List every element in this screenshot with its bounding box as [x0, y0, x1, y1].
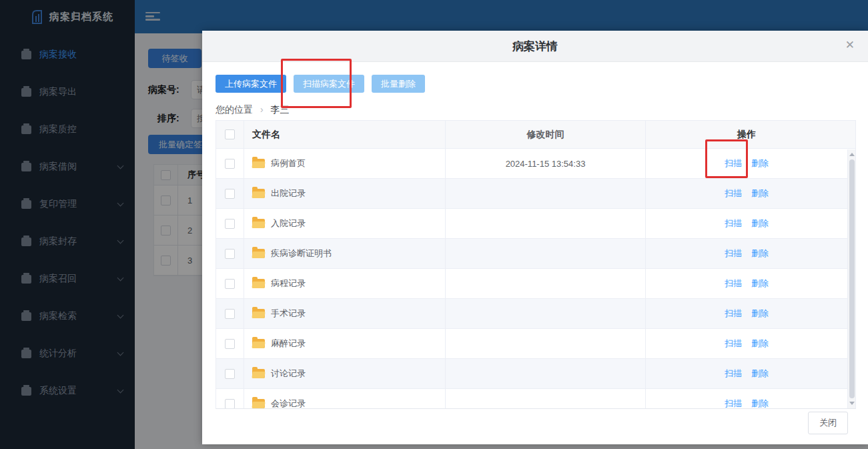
modified-time	[446, 389, 646, 409]
delete-link[interactable]: 删除	[751, 278, 769, 290]
folder-icon	[252, 219, 265, 228]
modified-time	[446, 239, 646, 268]
close-icon[interactable]: ✕	[845, 39, 855, 51]
modified-time	[446, 359, 646, 388]
upload-case-files-button[interactable]: 上传病案文件	[215, 75, 286, 93]
scan-link[interactable]: 扫描	[725, 368, 742, 380]
file-row-入院记录: 入院记录扫描删除	[216, 209, 855, 239]
close-button[interactable]: 关闭	[808, 412, 848, 434]
file-row-病例首页: 病例首页2024-11-15 13:54:33扫描删除	[216, 149, 855, 179]
file-checkbox[interactable]	[225, 279, 235, 289]
file-checkbox[interactable]	[225, 219, 235, 229]
file-checkbox[interactable]	[225, 309, 235, 319]
file-name: 病程记录	[271, 278, 306, 290]
file-name: 出院记录	[271, 187, 306, 199]
select-all-files-checkbox[interactable]	[225, 129, 235, 139]
delete-link[interactable]: 删除	[751, 248, 769, 260]
file-name: 疾病诊断证明书	[271, 248, 332, 260]
file-checkbox[interactable]	[225, 369, 235, 379]
breadcrumb-separator-icon: ›	[260, 104, 264, 115]
file-checkbox[interactable]	[225, 189, 235, 199]
breadcrumb-prefix: 您的位置	[215, 104, 253, 115]
modified-time	[446, 329, 646, 358]
modal-title: 病案详情	[512, 39, 558, 54]
delete-link[interactable]: 删除	[751, 368, 769, 380]
batch-delete-button[interactable]: 批量删除	[372, 75, 425, 93]
file-row-手术记录: 手术记录扫描删除	[216, 299, 855, 329]
modified-time	[446, 209, 646, 238]
delete-link[interactable]: 删除	[751, 398, 769, 409]
file-name: 麻醉记录	[271, 338, 306, 350]
filename-column-header: 文件名	[244, 121, 446, 148]
file-row-疾病诊断证明书: 疾病诊断证明书扫描删除	[216, 239, 855, 269]
file-checkbox[interactable]	[225, 399, 235, 409]
file-row-讨论记录: 讨论记录扫描删除	[216, 359, 855, 389]
folder-icon	[252, 339, 265, 348]
scan-link[interactable]: 扫描	[725, 187, 742, 199]
folder-icon	[252, 369, 265, 378]
modified-time	[446, 269, 646, 298]
delete-link[interactable]: 删除	[751, 217, 769, 230]
delete-link[interactable]: 删除	[751, 308, 769, 320]
file-name: 讨论记录	[271, 368, 306, 380]
folder-icon	[252, 309, 265, 318]
scan-link[interactable]: 扫描	[725, 398, 742, 409]
scan-link[interactable]: 扫描	[725, 217, 742, 230]
scan-link[interactable]: 扫描	[725, 278, 742, 290]
scroll-up-icon[interactable]	[849, 153, 855, 156]
file-table: 文件名 修改时间 操作 病例首页2024-11-15 13:54:33扫描删除出…	[215, 120, 856, 409]
file-checkbox[interactable]	[225, 339, 235, 349]
file-row-会诊记录: 会诊记录扫描删除	[216, 389, 855, 409]
file-checkbox[interactable]	[225, 249, 235, 259]
scan-link[interactable]: 扫描	[725, 248, 742, 260]
folder-icon	[252, 279, 265, 288]
annotation-box-scan-files-button	[281, 59, 352, 108]
breadcrumb: 您的位置 › 李三	[215, 104, 289, 116]
delete-link[interactable]: 删除	[751, 338, 769, 350]
modified-time: 2024-11-15 13:54:33	[446, 149, 646, 178]
scan-link[interactable]: 扫描	[725, 308, 742, 320]
app-window: 病案归档系统 病案接收病案导出病案质控病案借阅复印管理病案封存病案召回病案检索统…	[0, 0, 868, 449]
scrollbar-thumb[interactable]	[849, 159, 855, 398]
file-row-出院记录: 出院记录扫描删除	[216, 179, 855, 209]
table-scrollbar[interactable]	[847, 149, 855, 408]
modal-header: 病案详情 ✕	[202, 31, 868, 62]
delete-link[interactable]: 删除	[751, 187, 769, 199]
modal-footer: 关闭	[808, 412, 848, 434]
scan-link[interactable]: 扫描	[725, 338, 742, 350]
file-checkbox[interactable]	[225, 159, 235, 169]
folder-icon	[252, 399, 265, 408]
modified-time	[446, 179, 646, 208]
folder-icon	[252, 189, 265, 198]
modified-time-column-header: 修改时间	[446, 121, 646, 148]
file-row-病程记录: 病程记录扫描删除	[216, 269, 855, 299]
file-name: 会诊记录	[271, 398, 306, 409]
file-name: 入院记录	[271, 217, 306, 230]
annotation-box-first-row-scan-link	[705, 139, 748, 178]
actions-column-header: 操作	[646, 129, 847, 141]
modified-time	[446, 299, 646, 328]
file-name: 手术记录	[271, 308, 306, 320]
file-name: 病例首页	[271, 157, 306, 169]
folder-icon	[252, 249, 265, 258]
folder-icon	[252, 159, 265, 168]
file-row-麻醉记录: 麻醉记录扫描删除	[216, 329, 855, 359]
file-table-header: 文件名 修改时间 操作	[216, 121, 855, 149]
delete-link[interactable]: 删除	[751, 157, 769, 169]
scroll-down-icon[interactable]	[849, 402, 855, 405]
